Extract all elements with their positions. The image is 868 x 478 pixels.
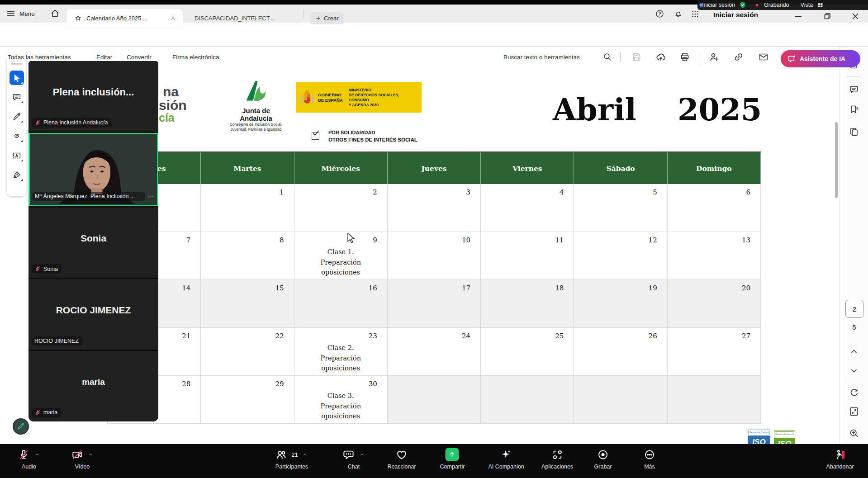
- select-tool[interactable]: [9, 71, 24, 85]
- cell-date: 5: [653, 188, 657, 196]
- close-window-button[interactable]: [849, 11, 861, 22]
- print-icon[interactable]: [679, 52, 690, 62]
- home-icon[interactable]: [50, 8, 60, 19]
- meeting-control-aplicaciones[interactable]: Aplicaciones: [541, 448, 573, 470]
- meeting-signin-link[interactable]: Iniciar sesión: [702, 2, 735, 8]
- rotate-page-button[interactable]: [849, 387, 859, 398]
- fit-page-button[interactable]: [849, 406, 859, 417]
- add-people-icon[interactable]: [709, 52, 720, 62]
- minimize-button[interactable]: [792, 11, 804, 22]
- link-icon[interactable]: [733, 52, 744, 62]
- menu-item-todas-las-herramientas[interactable]: Todas las herramientas: [8, 54, 71, 61]
- annotate-button[interactable]: [13, 418, 29, 435]
- more-options-icon[interactable]: ⋯: [148, 193, 154, 199]
- junta-dept: Consejería de Inclusión Social,: [225, 122, 287, 127]
- email-icon[interactable]: [758, 52, 769, 62]
- panel-grip[interactable]: [11, 63, 23, 65]
- search-input[interactable]: Buscar texto o herramientas: [503, 54, 580, 61]
- participant-tile[interactable]: SoniaSonia: [28, 208, 158, 278]
- create-button[interactable]: Crear: [310, 12, 344, 24]
- upload-cloud-icon[interactable]: [655, 52, 666, 62]
- tab-title[interactable]: Calendario Año 2025 ...: [86, 15, 148, 22]
- menu-item-firma-electronica[interactable]: Firma electrónica: [172, 54, 219, 61]
- save-icon[interactable]: [631, 52, 642, 62]
- meeting-control-reaccionar[interactable]: Reaccionar: [387, 448, 416, 470]
- cell-date: 20: [742, 284, 750, 292]
- draw-tool[interactable]: [9, 129, 24, 143]
- ai-assistant-label: Asistente de IA: [800, 55, 845, 62]
- view-grid-icon[interactable]: [817, 2, 824, 9]
- meeting-control-compartir[interactable]: Compartir: [440, 448, 465, 470]
- meeting-control-audio[interactable]: Audio: [18, 448, 40, 470]
- hamburger-menu-icon[interactable]: [6, 9, 16, 19]
- search-icon[interactable]: [602, 52, 612, 62]
- application-window: Menú Calendario Año 2025 ... DISCAPACIDA…: [0, 0, 868, 478]
- page-thumbnails-icon[interactable]: [849, 127, 859, 137]
- caret-up-icon[interactable]: [34, 451, 40, 458]
- flyout-indicator: [21, 140, 23, 142]
- next-page-button[interactable]: [849, 365, 859, 376]
- day-header-cell: Jueves: [388, 152, 481, 184]
- restore-button[interactable]: [821, 11, 833, 22]
- tab-title[interactable]: DISCAPACIDAD_INTELECT...: [194, 15, 274, 22]
- divider: [846, 76, 862, 77]
- signin-button[interactable]: Iniciar sesión: [713, 11, 758, 19]
- zoom-in-button[interactable]: [849, 428, 859, 439]
- calendar-cell: 25: [481, 328, 574, 376]
- meeting-topbar: Iniciar sesión Grabando Vista: [697, 0, 868, 10]
- bookmarks-panel-icon[interactable]: [849, 104, 859, 115]
- participant-tile[interactable]: ROCIO JIMENEZROCIO JIMENEZ: [28, 279, 158, 350]
- menu-item-convertir[interactable]: Convertir: [127, 54, 152, 61]
- close-tab-icon[interactable]: [170, 15, 176, 21]
- menu-item-editar[interactable]: Editar: [96, 54, 112, 61]
- meeting-control-participantes[interactable]: 21Participantes: [275, 448, 308, 470]
- participant-name: maria: [28, 377, 158, 387]
- participant-label-text: ROCIO JIMENEZ: [34, 338, 79, 344]
- bell-icon[interactable]: [674, 9, 683, 19]
- previous-page-button[interactable]: [849, 346, 859, 357]
- meeting-control-grabar[interactable]: Grabar: [594, 448, 612, 470]
- meeting-control-vídeo[interactable]: Vídeo: [71, 448, 94, 470]
- active-speaker-tile[interactable]: ⋯Mª Ángeles Márquez. Plena Inclusión ...: [28, 133, 158, 206]
- cell-date: 4: [560, 188, 564, 196]
- participant-tile[interactable]: mariamaria: [28, 351, 158, 421]
- text-box-tool[interactable]: [9, 148, 24, 163]
- calendar-cell: 30Clase 3. Preparación oposiciones: [294, 376, 388, 424]
- recording-label: Grabando: [764, 2, 789, 8]
- plus-icon: [315, 15, 321, 21]
- help-icon[interactable]: [655, 9, 664, 19]
- caret-up-icon[interactable]: [302, 451, 308, 458]
- tab-calendario[interactable]: Calendario Año 2025 ...: [66, 9, 183, 27]
- control-icon-row: [342, 448, 365, 461]
- participant-tile[interactable]: Plena inclusión...Plena inclusión Andalu…: [28, 61, 158, 132]
- ai-assistant-button[interactable]: Asistente de IA: [781, 50, 860, 67]
- control-label: AI Companion: [488, 464, 524, 470]
- fill-sign-tool[interactable]: [9, 168, 24, 182]
- more-icon: [644, 449, 656, 461]
- day-header-cell: Viernes: [481, 152, 574, 184]
- highlight-tool[interactable]: [9, 109, 24, 124]
- meeting-control-abandonar[interactable]: Abandonar: [826, 448, 854, 470]
- comment-tool[interactable]: [9, 90, 24, 104]
- meeting-control-ai-companion[interactable]: AI Companion: [488, 448, 524, 470]
- view-button[interactable]: Vista: [801, 2, 813, 8]
- flyout-indicator: [21, 121, 23, 123]
- document-scrollbar[interactable]: [835, 122, 838, 198]
- participants-count: 21: [291, 451, 298, 458]
- cell-date: 29: [275, 380, 284, 388]
- control-icon-row: [834, 448, 846, 461]
- menu-button[interactable]: Menú: [19, 10, 35, 17]
- sparkle-icon: [500, 449, 512, 461]
- page-number-input[interactable]: 2: [845, 300, 863, 318]
- caret-up-icon[interactable]: [87, 451, 94, 458]
- star-icon[interactable]: [74, 14, 82, 22]
- tab-discapacidad[interactable]: DISCAPACIDAD_INTELECT...: [188, 9, 299, 27]
- comments-panel-icon[interactable]: [849, 84, 859, 95]
- apps-grid-icon[interactable]: [691, 9, 700, 19]
- caret-up-icon[interactable]: [359, 451, 365, 458]
- junta-de-andalucia-logo: Junta de Andalucía Consejería de Inclusi…: [225, 78, 287, 132]
- meeting-control-chat[interactable]: Chat: [342, 448, 365, 470]
- cell-date: 10: [462, 236, 470, 244]
- flyout-indicator: [21, 179, 23, 181]
- meeting-control-más[interactable]: Más: [644, 448, 656, 470]
